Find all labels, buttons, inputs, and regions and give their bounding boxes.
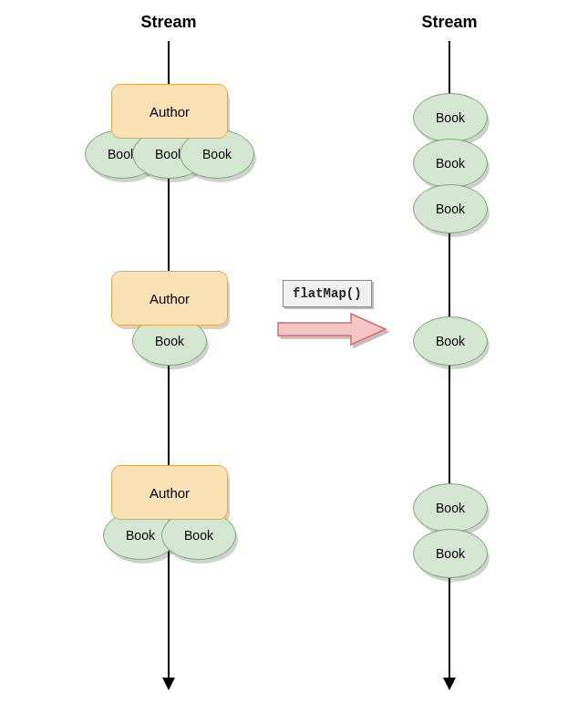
book-node: Book <box>413 529 488 578</box>
book-node: Book <box>413 483 488 533</box>
book-node: Book <box>413 316 488 366</box>
diagram-stage: Stream Stream Book Book Book Author Book… <box>0 0 588 704</box>
arrow-down-icon <box>443 678 456 690</box>
right-stream-title: Stream <box>421 13 477 32</box>
svg-marker-0 <box>278 314 386 345</box>
book-node: Book <box>413 93 488 142</box>
author-node: Author <box>111 271 228 326</box>
book-node: Book <box>413 139 488 188</box>
author-node: Author <box>111 465 228 520</box>
author-node: Author <box>111 84 228 139</box>
arrow-right-icon <box>276 312 390 350</box>
operation-label: flatMap() <box>283 280 372 307</box>
arrow-down-icon <box>162 678 175 690</box>
left-stream-title: Stream <box>140 13 196 32</box>
book-node: Book <box>413 184 488 233</box>
